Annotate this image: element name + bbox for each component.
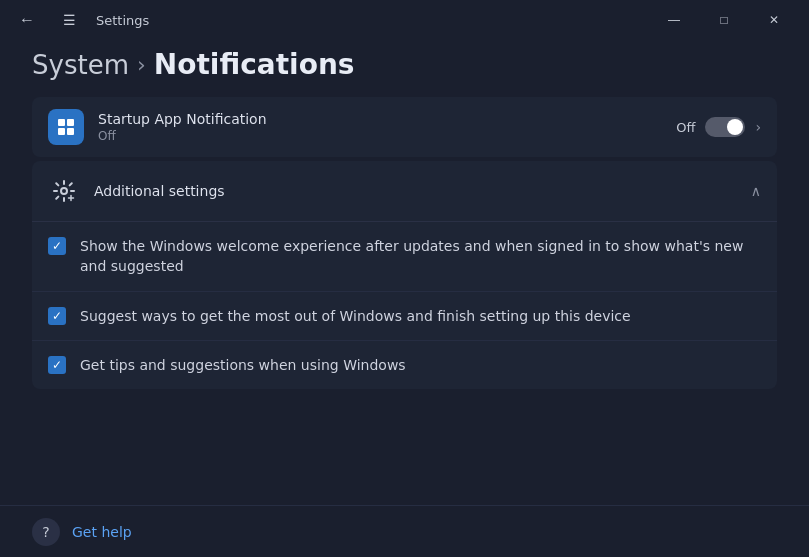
title-bar: ← ☰ Settings — □ ✕ [0, 0, 809, 40]
startup-right: Off › [676, 117, 761, 137]
additional-settings-chevron: ∧ [751, 183, 761, 199]
breadcrumb-system[interactable]: System [32, 50, 129, 80]
svg-rect-2 [58, 128, 65, 135]
close-button[interactable]: ✕ [751, 4, 797, 36]
help-link[interactable]: Get help [72, 524, 132, 540]
startup-title: Startup App Notification [98, 111, 662, 127]
svg-point-4 [61, 188, 67, 194]
additional-settings-icon [48, 175, 80, 207]
toggle-knob [727, 119, 743, 135]
additional-settings-header[interactable]: Additional settings ∧ [32, 161, 777, 221]
checkbox-suggest-label: Suggest ways to get the most out of Wind… [80, 306, 631, 326]
startup-notification-row[interactable]: Startup App Notification Off Off › [32, 97, 777, 157]
checkbox-row-welcome: ✓ Show the Windows welcome experience af… [32, 222, 777, 292]
checkbox-suggest-check: ✓ [52, 310, 62, 322]
main-content: Startup App Notification Off Off › Addit… [0, 97, 809, 492]
footer: ? Get help [0, 505, 809, 557]
checkbox-welcome[interactable]: ✓ [48, 237, 66, 255]
svg-rect-0 [58, 119, 65, 126]
help-icon-symbol: ? [42, 524, 49, 540]
back-button[interactable]: ← [12, 5, 42, 35]
maximize-button[interactable]: □ [701, 4, 747, 36]
additional-settings-title: Additional settings [94, 183, 737, 199]
additional-settings-content: ✓ Show the Windows welcome experience af… [32, 221, 777, 389]
toggle-label: Off [676, 120, 695, 135]
title-bar-controls: — □ ✕ [651, 4, 797, 36]
checkbox-suggest[interactable]: ✓ [48, 307, 66, 325]
breadcrumb: System › Notifications [32, 48, 777, 81]
checkbox-tips-label: Get tips and suggestions when using Wind… [80, 355, 406, 375]
checkbox-tips[interactable]: ✓ [48, 356, 66, 374]
svg-rect-3 [67, 128, 74, 135]
svg-rect-1 [67, 119, 74, 126]
checkbox-row-suggest: ✓ Suggest ways to get the most out of Wi… [32, 292, 777, 341]
startup-chevron-right: › [755, 119, 761, 135]
checkbox-welcome-check: ✓ [52, 240, 62, 252]
checkbox-row-tips: ✓ Get tips and suggestions when using Wi… [32, 341, 777, 389]
minimize-button[interactable]: — [651, 4, 697, 36]
checkbox-welcome-label: Show the Windows welcome experience afte… [80, 236, 761, 277]
startup-subtitle: Off [98, 129, 662, 143]
help-icon: ? [32, 518, 60, 546]
startup-text: Startup App Notification Off [98, 111, 662, 143]
startup-toggle[interactable] [705, 117, 745, 137]
hamburger-button[interactable]: ☰ [54, 5, 84, 35]
page-header: System › Notifications [0, 40, 809, 97]
page-title: Notifications [154, 48, 355, 81]
breadcrumb-separator: › [137, 52, 146, 77]
startup-icon [48, 109, 84, 145]
checkbox-tips-check: ✓ [52, 359, 62, 371]
title-bar-title: Settings [96, 13, 149, 28]
title-bar-left: ← ☰ Settings [12, 5, 149, 35]
